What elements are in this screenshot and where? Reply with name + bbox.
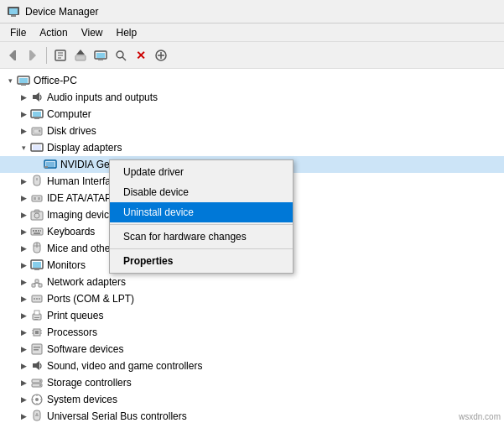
menu-file[interactable]: File	[3, 25, 33, 40]
svg-rect-15	[98, 59, 103, 60]
svg-marker-12	[76, 50, 85, 55]
toolbar-scan[interactable]	[112, 46, 130, 65]
tree-print[interactable]: ▶ Print queues	[0, 307, 504, 324]
usb-icon	[30, 410, 44, 423]
svg-rect-4	[14, 50, 16, 60]
tree-ports[interactable]: ▶ Ports (COM & LPT)	[0, 290, 504, 307]
disk-icon	[30, 124, 44, 138]
tree-system[interactable]: ▶ System devices	[0, 391, 504, 408]
keyboard-expand: ▶	[17, 225, 30, 238]
monitors-label: Monitors	[47, 259, 86, 271]
tree-software[interactable]: ▶ Software devices	[0, 341, 504, 358]
disk-label: Disk drives	[47, 125, 96, 137]
context-sep1	[110, 224, 293, 225]
system-label: System devices	[47, 394, 117, 405]
sound-icon	[30, 359, 44, 373]
svg-point-62	[34, 298, 35, 300]
svg-rect-76	[34, 347, 40, 348]
audio-icon	[30, 91, 44, 104]
toolbar-back[interactable]	[3, 46, 22, 65]
svg-rect-27	[34, 118, 39, 119]
display-icon	[30, 141, 44, 154]
toolbar-properties-btn[interactable]	[51, 46, 70, 65]
svg-point-30	[39, 130, 40, 132]
svg-rect-14	[96, 53, 105, 58]
ports-label: Ports (COM & LPT)	[47, 293, 134, 305]
display-expand: ▾	[17, 141, 30, 154]
processors-icon	[30, 326, 44, 339]
software-label: Software devices	[47, 343, 123, 355]
nvidia-expand	[30, 158, 44, 171]
display-label: Display adapters	[47, 142, 122, 154]
software-expand: ▶	[17, 342, 30, 356]
sound-label: Sound, video and game controllers	[47, 360, 202, 372]
tree-usb[interactable]: ▶ Universal Serial Bus controllers	[0, 408, 504, 423]
context-scan-changes[interactable]: Scan for hardware changes	[110, 227, 293, 247]
sound-expand: ▶	[17, 359, 30, 373]
toolbar-sep1	[46, 47, 47, 64]
imaging-icon	[30, 208, 44, 222]
svg-rect-55	[34, 269, 39, 270]
network-label: Network adapters	[47, 276, 126, 288]
svg-marker-78	[33, 361, 39, 370]
toolbar-forward[interactable]	[23, 46, 42, 65]
svg-rect-23	[21, 84, 26, 86]
storage-expand: ▶	[17, 376, 30, 389]
toolbar-devices[interactable]	[91, 46, 110, 65]
svg-rect-70	[35, 331, 39, 334]
tree-root[interactable]: ▾ Office-PC	[0, 72, 504, 89]
context-update-driver[interactable]: Update driver	[110, 162, 293, 182]
usb-label: Universal Serial Bus controllers	[47, 410, 187, 422]
hid-icon	[30, 175, 44, 188]
title-bar: Device Manager	[0, 0, 504, 24]
menu-action[interactable]: Action	[33, 25, 74, 40]
tree-processors[interactable]: ▶ Processors	[0, 324, 504, 341]
hid-expand: ▶	[17, 175, 30, 188]
software-icon	[30, 342, 44, 356]
tree-disk[interactable]: ▶ Disk drives	[0, 123, 504, 139]
svg-marker-3	[9, 50, 14, 60]
svg-rect-11	[75, 55, 86, 60]
svg-rect-6	[29, 50, 31, 60]
menu-view[interactable]: View	[75, 25, 110, 40]
toolbar-add[interactable]	[152, 46, 170, 65]
network-expand: ▶	[17, 275, 30, 289]
context-properties[interactable]: Properties	[110, 251, 293, 271]
svg-point-63	[36, 298, 38, 300]
svg-line-59	[34, 283, 37, 284]
mice-icon	[30, 242, 44, 255]
system-icon	[30, 393, 44, 406]
svg-rect-43	[34, 210, 39, 212]
svg-point-16	[117, 51, 123, 58]
tree-sound[interactable]: ▶ Sound, video and game controllers	[0, 358, 504, 374]
toolbar-update-driver[interactable]	[71, 46, 90, 65]
svg-line-17	[122, 57, 126, 60]
tree-network[interactable]: ▶ Network adapters	[0, 274, 504, 290]
svg-rect-35	[44, 166, 48, 168]
ports-icon	[30, 292, 44, 306]
monitors-expand: ▶	[17, 258, 30, 272]
toolbar-remove[interactable]: ✕	[132, 46, 150, 65]
app-icon	[7, 5, 20, 18]
svg-rect-39	[34, 197, 36, 200]
svg-point-64	[39, 298, 40, 300]
print-label: Print queues	[47, 310, 103, 321]
svg-rect-54	[33, 262, 41, 268]
context-uninstall-device[interactable]: Uninstall device	[110, 202, 293, 222]
svg-point-84	[35, 398, 39, 401]
svg-rect-2	[11, 15, 16, 17]
tree-display[interactable]: ▾ Display adapters	[0, 139, 504, 156]
svg-rect-38	[32, 196, 42, 201]
svg-rect-56	[32, 284, 35, 287]
watermark: wsxdn.com	[459, 412, 501, 421]
ports-expand: ▶	[17, 292, 30, 306]
tree-computer[interactable]: ▶ Computer	[0, 106, 504, 123]
tree-storage[interactable]: ▶ Storage controllers	[0, 374, 504, 391]
usb-expand: ▶	[17, 410, 30, 423]
toolbar: ✕	[0, 42, 504, 69]
menu-help[interactable]: Help	[110, 25, 144, 40]
menu-bar: File Action View Help	[0, 24, 504, 42]
context-disable-device[interactable]: Disable device	[110, 182, 293, 202]
tree-audio[interactable]: ▶ Audio inputs and outputs	[0, 89, 504, 106]
main-area: ▾ Office-PC ▶ Audio inputs and outputs ▶…	[0, 69, 504, 423]
